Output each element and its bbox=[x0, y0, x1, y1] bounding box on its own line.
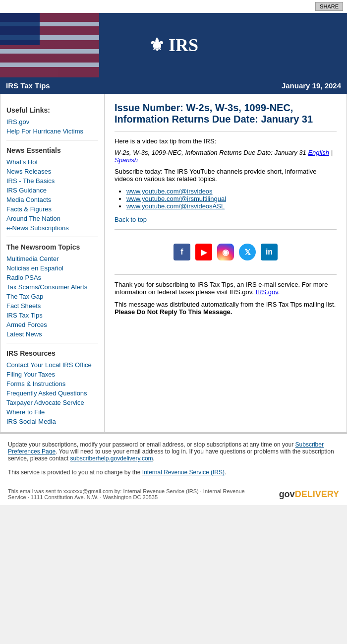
sidebar-link-radio-psas[interactable]: Radio PSAs bbox=[6, 273, 98, 282]
sidebar: Useful Links: IRS.gov Help For Hurricane… bbox=[0, 94, 105, 432]
youtube-link-3[interactable]: www.youtube.com/@irsvideosASL bbox=[126, 202, 225, 210]
sidebar-link-forms-instructions[interactable]: Forms & Instructions bbox=[6, 379, 98, 388]
social-icons-row: f ▶ ◉ 𝕏 in bbox=[115, 236, 337, 268]
instagram-icon[interactable]: ◉ bbox=[217, 244, 234, 260]
sidebar-link-latest-news[interactable]: Latest News bbox=[6, 329, 98, 339]
sidebar-link-irsgov[interactable]: IRS.gov bbox=[6, 117, 98, 127]
divider-2 bbox=[6, 237, 98, 237]
content-divider-3 bbox=[115, 274, 337, 275]
share-button[interactable]: SHARE bbox=[315, 2, 343, 11]
news-essentials-title: News Essentials bbox=[6, 146, 98, 154]
facebook-icon[interactable]: f bbox=[174, 244, 190, 260]
sidebar-link-facts-figures[interactable]: Facts & Figures bbox=[6, 204, 98, 214]
spanish-link[interactable]: Spanish bbox=[115, 156, 138, 164]
footer-bottom: This email was sent to xxxxxxx@gmail.com… bbox=[0, 483, 347, 505]
irs-link[interactable]: Internal Revenue Service (IRS) bbox=[142, 469, 225, 476]
sidebar-link-irs-guidance[interactable]: IRS Guidance bbox=[6, 186, 98, 195]
footer-bottom-text: This email was sent to xxxxxxx@gmail.com… bbox=[8, 488, 256, 500]
url-list-item-1: www.youtube.com/@irsvideos bbox=[126, 188, 337, 195]
sidebar-link-social-media[interactable]: IRS Social Media bbox=[6, 417, 98, 426]
sidebar-link-faq[interactable]: Frequently Asked Questions bbox=[6, 388, 98, 398]
youtube-url-list: www.youtube.com/@irsvideos www.youtube.c… bbox=[115, 188, 337, 210]
url-list-item-2: www.youtube.com/@irsmultilingual bbox=[126, 195, 337, 202]
govdelivery-logo: govDELIVERY bbox=[279, 489, 339, 500]
sidebar-link-media-contacts[interactable]: Media Contacts bbox=[6, 195, 98, 204]
main-container: Useful Links: IRS.gov Help For Hurricane… bbox=[0, 94, 347, 433]
intro-text: Here is a video tax tip from the IRS: bbox=[115, 137, 337, 145]
sidebar-link-noticias[interactable]: Noticias en Español bbox=[6, 263, 98, 273]
sidebar-link-taxpayer-advocate[interactable]: Taxpayer Advocate Service bbox=[6, 398, 98, 407]
footer-update-text: Update your subscriptions, modify your p… bbox=[8, 441, 339, 462]
sidebar-link-filing-taxes[interactable]: Filing Your Taxes bbox=[6, 370, 98, 379]
sidebar-link-tax-scams[interactable]: Tax Scams/Consumer Alerts bbox=[6, 282, 98, 292]
sidebar-link-irs-basics[interactable]: IRS - The Basics bbox=[6, 176, 98, 186]
eagle-icon: ⚜ bbox=[149, 35, 165, 56]
sidebar-link-tax-gap[interactable]: The Tax Gap bbox=[6, 292, 98, 301]
sidebar-link-armed-forces[interactable]: Armed Forces bbox=[6, 320, 98, 329]
sidebar-link-local-office[interactable]: Contact Your Local IRS Office bbox=[6, 360, 98, 370]
youtube-link-2[interactable]: www.youtube.com/@irsmultilingual bbox=[126, 195, 226, 202]
youtube-link-1[interactable]: www.youtube.com/@irsvideos bbox=[126, 188, 213, 195]
divider-3 bbox=[6, 343, 98, 343]
newsletter-date: January 19, 2024 bbox=[282, 81, 341, 90]
issue-title: Issue Number: W-2s, W-3s, 1099-NEC, Info… bbox=[115, 102, 337, 125]
content-divider-1 bbox=[115, 131, 337, 131]
footer-main: Update your subscriptions, modify your p… bbox=[0, 433, 347, 483]
irs-wordmark: IRS bbox=[169, 35, 198, 56]
sidebar-link-multimedia[interactable]: Multimedia Center bbox=[6, 254, 98, 263]
video-link-line: W-2s, W-3s, 1099-NEC, Information Return… bbox=[115, 149, 337, 164]
separator: | bbox=[331, 149, 333, 156]
sidebar-link-enews[interactable]: e-News Subscriptions bbox=[6, 223, 98, 233]
stars-decoration bbox=[0, 13, 40, 45]
divider-1 bbox=[6, 140, 98, 140]
useful-links-title: Useful Links: bbox=[6, 106, 98, 114]
thank-you-text: Thank you for subscribing to IRS Tax Tip… bbox=[115, 281, 337, 296]
english-link[interactable]: English bbox=[308, 149, 329, 156]
irs-logo: ⚜ IRS bbox=[149, 35, 198, 56]
distributed-text: This message was distributed automatical… bbox=[115, 301, 337, 316]
irs-resources-title: IRS Resources bbox=[6, 349, 98, 357]
content-area: Issue Number: W-2s, W-3s, 1099-NEC, Info… bbox=[105, 94, 347, 432]
url-list-item-3: www.youtube.com/@irsvideosASL bbox=[126, 202, 337, 210]
youtube-icon[interactable]: ▶ bbox=[195, 244, 212, 260]
sidebar-link-news-releases[interactable]: News Releases bbox=[6, 167, 98, 176]
footer-service-text: This service is provided to you at no ch… bbox=[8, 469, 339, 476]
content-divider-2 bbox=[115, 229, 337, 230]
sidebar-link-around-nation[interactable]: Around The Nation bbox=[6, 214, 98, 223]
contact-link[interactable]: subscriberhelp.govdelivery.com bbox=[70, 455, 153, 462]
share-bar: SHARE bbox=[0, 0, 347, 13]
sidebar-link-where-to-file[interactable]: Where to File bbox=[6, 407, 98, 417]
twitter-icon[interactable]: 𝕏 bbox=[239, 244, 256, 260]
back-to-top-link[interactable]: Back to top bbox=[115, 216, 147, 223]
title-bar: IRS Tax Tips January 19, 2024 bbox=[0, 77, 347, 94]
subscribe-text: Subscribe today: The IRS YouTube channel… bbox=[115, 168, 337, 183]
linkedin-icon[interactable]: in bbox=[261, 244, 278, 260]
sidebar-link-irs-tax-tips[interactable]: IRS Tax Tips bbox=[6, 311, 98, 320]
newsletter-title: IRS Tax Tips bbox=[6, 81, 50, 90]
sidebar-link-fact-sheets[interactable]: Fact Sheets bbox=[6, 301, 98, 311]
header: ⚜ IRS bbox=[0, 13, 347, 77]
irsgov-link-inline[interactable]: IRS.gov bbox=[255, 288, 278, 296]
sidebar-link-whats-hot[interactable]: What's Hot bbox=[6, 157, 98, 167]
video-link-text: W-2s, W-3s, 1099-NEC, Information Return… bbox=[115, 149, 306, 156]
sidebar-link-hurricane[interactable]: Help For Hurricane Victims bbox=[6, 127, 98, 136]
newsroom-topics-title: The Newsroom Topics bbox=[6, 243, 98, 251]
